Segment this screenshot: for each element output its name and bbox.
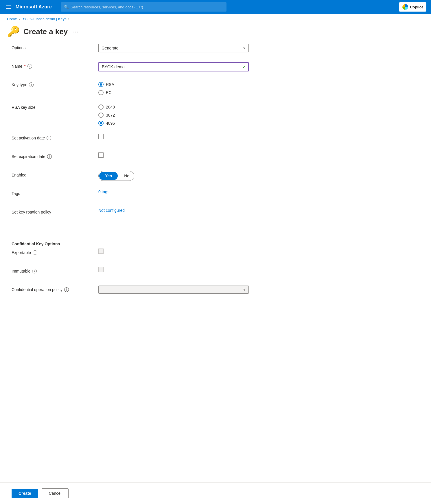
confidential-policy-dropdown[interactable]: ∨	[98, 286, 249, 294]
create-key-form: Options Generate ∨ Name * i ✓	[0, 44, 260, 316]
exportable-checkbox[interactable]	[98, 249, 104, 254]
confidential-policy-control: ∨	[98, 286, 249, 294]
immutable-label: Immutable i	[12, 267, 98, 273]
name-input[interactable]	[98, 62, 249, 71]
key-type-label: Key type i	[12, 81, 98, 87]
rsa-size-3072-circle	[98, 113, 104, 118]
confidential-policy-arrow: ∨	[243, 288, 246, 292]
enabled-label: Enabled	[12, 171, 98, 177]
rsa-size-2048-label: 2048	[106, 105, 115, 109]
confidential-policy-info-icon[interactable]: i	[64, 287, 69, 292]
rsa-size-4096-circle	[98, 121, 104, 126]
exportable-control	[98, 249, 249, 254]
confidential-policy-label: Confidential operation policy i	[12, 286, 98, 292]
rsa-size-4096-dot	[100, 122, 102, 124]
exportable-label: Exportable i	[12, 249, 98, 255]
exportable-info-icon[interactable]: i	[33, 250, 37, 255]
immutable-control	[98, 267, 249, 272]
immutable-info-icon[interactable]: i	[32, 269, 37, 273]
confidential-policy-row: Confidential operation policy i ∨	[12, 286, 249, 296]
activation-date-info-icon[interactable]: i	[47, 136, 51, 140]
hamburger-menu[interactable]	[5, 4, 12, 10]
key-type-rsa[interactable]: RSA	[98, 82, 249, 87]
key-type-ec-circle	[98, 90, 104, 95]
name-control: ✓	[98, 62, 249, 71]
rsa-key-size-radio-group: 2048 3072 4096	[98, 103, 249, 126]
key-type-ec[interactable]: EC	[98, 90, 249, 95]
key-type-radio-group: RSA EC	[98, 81, 249, 95]
key-icon: 🔑	[7, 26, 20, 37]
search-icon: 🔍	[64, 5, 69, 9]
breadcrumb-keys[interactable]: BYOK-Elastic-demo | Keys	[22, 17, 67, 21]
key-type-control: RSA EC	[98, 81, 249, 95]
expiration-date-checkbox[interactable]	[98, 152, 104, 158]
expiration-date-label: Set expiration date i	[12, 152, 98, 159]
topbar: Microsoft Azure 🔍 Copilot	[0, 0, 431, 14]
copilot-icon	[402, 4, 408, 10]
activation-date-checkbox[interactable]	[98, 134, 104, 139]
enabled-no[interactable]: No	[118, 172, 134, 180]
exportable-row: Exportable i	[12, 249, 249, 259]
name-required: *	[24, 64, 25, 69]
copilot-button[interactable]: Copilot	[399, 2, 426, 12]
key-type-info-icon[interactable]: i	[29, 82, 34, 87]
options-dropdown[interactable]: Generate ∨	[98, 44, 249, 52]
activation-date-row: Set activation date i	[12, 134, 249, 144]
breadcrumb: Home › BYOK-Elastic-demo | Keys ›	[0, 14, 431, 24]
rsa-size-4096[interactable]: 4096	[98, 121, 249, 126]
rsa-key-size-label: RSA key size	[12, 103, 98, 110]
breadcrumb-sep-1: ›	[19, 17, 20, 21]
confidential-section-label	[12, 227, 98, 228]
more-options-icon[interactable]: ···	[72, 28, 79, 35]
rotation-policy-link[interactable]: Not configured	[98, 208, 125, 213]
immutable-checkbox[interactable]	[98, 267, 104, 272]
options-label: Options	[12, 44, 98, 50]
tags-label: Tags	[12, 190, 98, 196]
rsa-size-3072[interactable]: 3072	[98, 113, 249, 118]
search-bar[interactable]: 🔍	[61, 2, 226, 12]
breadcrumb-sep-2: ›	[68, 17, 69, 21]
key-type-row: Key type i RSA EC	[12, 81, 249, 95]
copilot-label: Copilot	[410, 5, 423, 9]
rotation-policy-control: Not configured	[98, 208, 249, 213]
activation-date-control	[98, 134, 249, 139]
name-row: Name * i ✓	[12, 62, 249, 73]
confidential-section-row	[12, 227, 249, 237]
enabled-yes[interactable]: Yes	[99, 172, 118, 180]
rsa-key-size-control: 2048 3072 4096	[98, 103, 249, 126]
expiration-date-row: Set expiration date i	[12, 152, 249, 163]
confidential-section-heading: Confidential Key Options	[12, 242, 249, 246]
rsa-size-2048[interactable]: 2048	[98, 104, 249, 110]
search-input[interactable]	[71, 5, 224, 9]
name-check-icon: ✓	[242, 64, 246, 70]
page-title: Create a key	[23, 27, 68, 36]
expiration-date-checkbox-item[interactable]	[98, 152, 249, 158]
immutable-checkbox-item[interactable]	[98, 267, 249, 272]
activation-date-checkbox-item[interactable]	[98, 134, 249, 139]
options-value: Generate	[102, 46, 118, 50]
key-type-rsa-dot	[100, 83, 102, 86]
breadcrumb-home[interactable]: Home	[7, 17, 17, 21]
name-info-icon[interactable]: i	[27, 64, 32, 69]
options-dropdown-arrow: ∨	[243, 46, 246, 50]
azure-logo: Microsoft Azure	[16, 4, 52, 10]
tags-control: 0 tags	[98, 190, 249, 194]
page-header: 🔑 Create a key ···	[0, 24, 431, 44]
rotation-policy-row: Set key rotation policy Not configured	[12, 208, 249, 218]
rsa-size-4096-label: 4096	[106, 121, 115, 126]
name-label: Name * i	[12, 62, 98, 69]
options-control: Generate ∨	[98, 44, 249, 52]
tags-row: Tags 0 tags	[12, 190, 249, 200]
enabled-row: Enabled Yes No	[12, 171, 249, 181]
tags-link[interactable]: 0 tags	[98, 190, 109, 194]
enabled-toggle: Yes No	[98, 171, 134, 181]
activation-date-label: Set activation date i	[12, 134, 98, 140]
exportable-checkbox-item[interactable]	[98, 249, 249, 254]
rsa-size-2048-circle	[98, 104, 104, 110]
rsa-size-3072-label: 3072	[106, 113, 115, 117]
name-input-wrapper: ✓	[98, 62, 249, 71]
key-type-rsa-label: RSA	[106, 82, 114, 87]
expiration-date-control	[98, 152, 249, 158]
expiration-date-info-icon[interactable]: i	[47, 154, 52, 159]
options-row: Options Generate ∨	[12, 44, 249, 54]
